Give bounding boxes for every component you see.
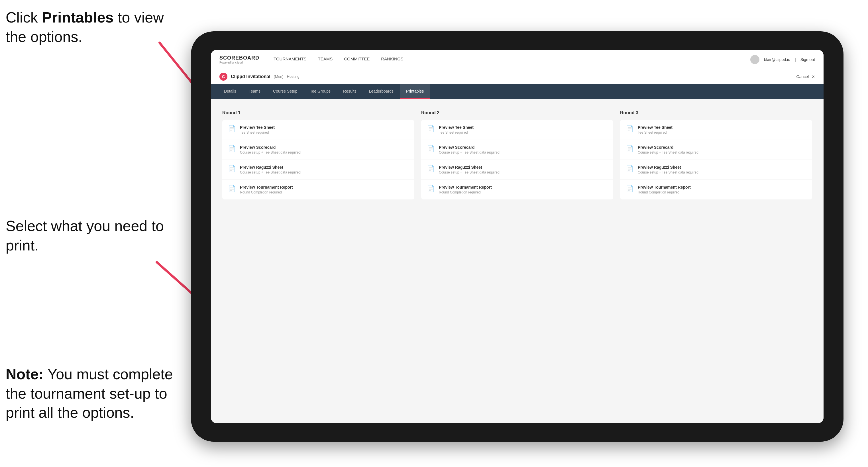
document-icon: 📄 bbox=[427, 165, 435, 174]
print-item-title: Preview Raguzzi Sheet bbox=[240, 165, 301, 169]
print-item-text: Preview Tournament Report Round Completi… bbox=[439, 185, 492, 194]
print-item-subtitle: Round Completion required bbox=[439, 190, 492, 194]
scoreboard-logo: SCOREBOARD Powered by clippd bbox=[219, 55, 259, 64]
print-item-title: Preview Raguzzi Sheet bbox=[439, 165, 500, 169]
user-email: blair@clippd.io bbox=[764, 57, 790, 62]
top-nav-right: blair@clippd.io | Sign out bbox=[750, 55, 815, 64]
tournament-icon: C bbox=[219, 73, 227, 81]
list-item[interactable]: 📄 Preview Tee Sheet Tee Sheet required bbox=[421, 120, 613, 140]
list-item[interactable]: 📄 Preview Raguzzi Sheet Course setup + T… bbox=[222, 160, 414, 180]
print-item-text: Preview Scorecard Course setup + Tee She… bbox=[240, 145, 301, 154]
tab-course-setup[interactable]: Course Setup bbox=[267, 84, 304, 99]
tab-tee-groups[interactable]: Tee Groups bbox=[304, 84, 337, 99]
cancel-x-icon[interactable]: ✕ bbox=[812, 74, 815, 79]
document-icon: 📄 bbox=[228, 165, 236, 174]
print-item-subtitle: Round Completion required bbox=[638, 190, 691, 194]
nav-link-committee[interactable]: COMMITTEE bbox=[344, 56, 370, 62]
round-1-column: Round 1 📄 Preview Tee Sheet Tee Sheet re… bbox=[222, 110, 414, 199]
sign-out-link[interactable]: Sign out bbox=[801, 57, 815, 62]
print-item-subtitle: Tee Sheet required bbox=[240, 130, 275, 134]
list-item[interactable]: 📄 Preview Scorecard Course setup + Tee S… bbox=[620, 140, 812, 160]
round-2-card: 📄 Preview Tee Sheet Tee Sheet required 📄… bbox=[421, 120, 613, 199]
list-item[interactable]: 📄 Preview Tee Sheet Tee Sheet required bbox=[620, 120, 812, 140]
print-item-subtitle: Course setup + Tee Sheet data required bbox=[240, 170, 301, 175]
tablet-screen: SCOREBOARD Powered by clippd TOURNAMENTS… bbox=[211, 50, 824, 423]
round-3-title: Round 3 bbox=[620, 110, 812, 115]
list-item[interactable]: 📄 Preview Raguzzi Sheet Course setup + T… bbox=[421, 160, 613, 180]
cancel-label[interactable]: Cancel bbox=[797, 74, 809, 79]
tournament-name: Clippd Invitational bbox=[231, 74, 271, 79]
list-item[interactable]: 📄 Preview Tournament Report Round Comple… bbox=[421, 180, 613, 199]
print-item-text: Preview Tournament Report Round Completi… bbox=[638, 185, 691, 194]
list-item[interactable]: 📄 Preview Raguzzi Sheet Course setup + T… bbox=[620, 160, 812, 180]
user-avatar bbox=[750, 55, 760, 64]
tab-printables[interactable]: Printables bbox=[400, 84, 430, 99]
document-icon: 📄 bbox=[228, 185, 236, 194]
rounds-container: Round 1 📄 Preview Tee Sheet Tee Sheet re… bbox=[222, 110, 812, 199]
tab-bar: Details Teams Course Setup Tee Groups Re… bbox=[211, 84, 824, 99]
tab-teams[interactable]: Teams bbox=[243, 84, 267, 99]
print-item-text: Preview Tee Sheet Tee Sheet required bbox=[638, 125, 673, 134]
print-item-text: Preview Scorecard Course setup + Tee She… bbox=[638, 145, 699, 154]
print-item-title: Preview Tee Sheet bbox=[240, 125, 275, 130]
tab-results[interactable]: Results bbox=[337, 84, 363, 99]
document-icon: 📄 bbox=[626, 145, 634, 154]
instruction-top: Click Printables to view the options. bbox=[6, 8, 171, 46]
top-nav: SCOREBOARD Powered by clippd TOURNAMENTS… bbox=[211, 50, 824, 69]
round-1-title: Round 1 bbox=[222, 110, 414, 115]
print-item-title: Preview Tournament Report bbox=[439, 185, 492, 189]
document-icon: 📄 bbox=[228, 145, 236, 154]
print-item-subtitle: Tee Sheet required bbox=[439, 130, 474, 134]
document-icon: 📄 bbox=[626, 185, 634, 194]
print-item-title: Preview Scorecard bbox=[638, 145, 699, 150]
logo-sub: Powered by clippd bbox=[219, 61, 259, 64]
nav-link-teams[interactable]: TEAMS bbox=[318, 56, 333, 62]
print-item-text: Preview Tee Sheet Tee Sheet required bbox=[439, 125, 474, 134]
print-item-title: Preview Raguzzi Sheet bbox=[638, 165, 699, 169]
document-icon: 📄 bbox=[427, 185, 435, 194]
print-item-text: Preview Scorecard Course setup + Tee She… bbox=[439, 145, 500, 154]
list-item[interactable]: 📄 Preview Scorecard Course setup + Tee S… bbox=[421, 140, 613, 160]
document-icon: 📄 bbox=[427, 145, 435, 154]
print-item-subtitle: Course setup + Tee Sheet data required bbox=[240, 150, 301, 154]
print-item-text: Preview Tournament Report Round Completi… bbox=[240, 185, 293, 194]
list-item[interactable]: 📄 Preview Tee Sheet Tee Sheet required bbox=[222, 120, 414, 140]
print-item-title: Preview Scorecard bbox=[439, 145, 500, 150]
main-content: Round 1 📄 Preview Tee Sheet Tee Sheet re… bbox=[211, 99, 824, 423]
print-item-title: Preview Tournament Report bbox=[638, 185, 691, 189]
nav-link-tournaments[interactable]: TOURNAMENTS bbox=[274, 56, 307, 62]
round-3-card: 📄 Preview Tee Sheet Tee Sheet required 📄… bbox=[620, 120, 812, 199]
print-item-text: Preview Raguzzi Sheet Course setup + Tee… bbox=[240, 165, 301, 175]
print-item-subtitle: Tee Sheet required bbox=[638, 130, 673, 134]
list-item[interactable]: 📄 Preview Scorecard Course setup + Tee S… bbox=[222, 140, 414, 160]
round-2-title: Round 2 bbox=[421, 110, 613, 115]
instruction-middle: Select what you need to print. bbox=[6, 217, 171, 255]
tab-details[interactable]: Details bbox=[218, 84, 243, 99]
print-item-subtitle: Course setup + Tee Sheet data required bbox=[638, 170, 699, 175]
document-icon: 📄 bbox=[228, 125, 236, 134]
print-item-subtitle: Round Completion required bbox=[240, 190, 293, 194]
round-1-card: 📄 Preview Tee Sheet Tee Sheet required 📄… bbox=[222, 120, 414, 199]
logo-title: SCOREBOARD bbox=[219, 55, 259, 61]
tab-leaderboards[interactable]: Leaderboards bbox=[363, 84, 400, 99]
print-item-text: Preview Raguzzi Sheet Course setup + Tee… bbox=[439, 165, 500, 175]
tournament-badge: (Men) bbox=[274, 74, 283, 79]
tournament-status: Hosting bbox=[287, 74, 300, 79]
sub-header-right: Cancel ✕ bbox=[797, 74, 815, 79]
instruction-bottom: Note: You must complete the tournament s… bbox=[6, 365, 177, 423]
document-icon: 📄 bbox=[427, 125, 435, 134]
print-item-title: Preview Tournament Report bbox=[240, 185, 293, 189]
sub-header: C Clippd Invitational (Men) Hosting Canc… bbox=[211, 69, 824, 84]
print-item-title: Preview Tee Sheet bbox=[439, 125, 474, 130]
print-item-subtitle: Course setup + Tee Sheet data required bbox=[439, 150, 500, 154]
list-item[interactable]: 📄 Preview Tournament Report Round Comple… bbox=[620, 180, 812, 199]
nav-link-rankings[interactable]: RANKINGS bbox=[381, 56, 403, 62]
round-3-column: Round 3 📄 Preview Tee Sheet Tee Sheet re… bbox=[620, 110, 812, 199]
list-item[interactable]: 📄 Preview Tournament Report Round Comple… bbox=[222, 180, 414, 199]
top-nav-links: TOURNAMENTS TEAMS COMMITTEE RANKINGS bbox=[274, 56, 750, 62]
document-icon: 📄 bbox=[626, 165, 634, 174]
tablet-frame: SCOREBOARD Powered by clippd TOURNAMENTS… bbox=[191, 31, 843, 442]
print-item-title: Preview Scorecard bbox=[240, 145, 301, 150]
document-icon: 📄 bbox=[626, 125, 634, 134]
print-item-subtitle: Course setup + Tee Sheet data required bbox=[439, 170, 500, 175]
